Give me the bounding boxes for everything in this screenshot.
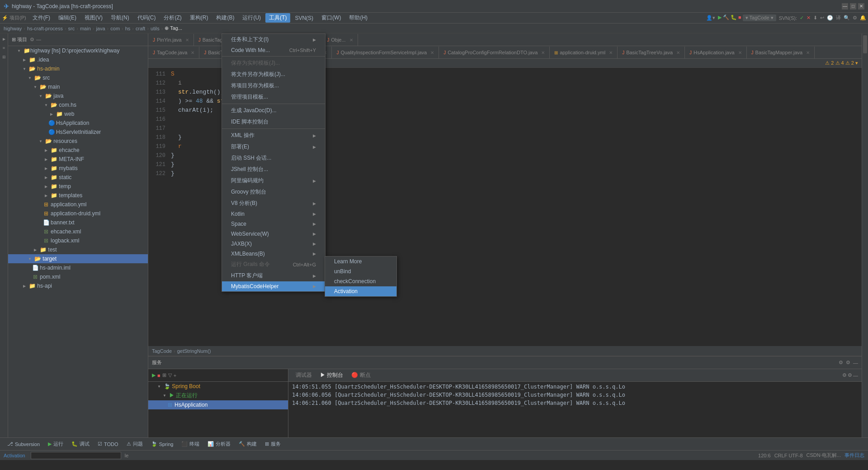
btn-service[interactable]: ⊞ 服务	[261, 440, 284, 448]
code-breadcrumb-method[interactable]: getStringNum()	[177, 348, 211, 354]
close-button[interactable]: ✕	[858, 3, 864, 9]
tree-item-resources[interactable]: 📂 resources	[8, 137, 148, 146]
service-tool-grid[interactable]: ⊞	[162, 372, 166, 378]
tab-quality[interactable]: J QualityInspectionFormServiceImpl.java …	[332, 47, 439, 58]
menu-v8[interactable]: V8 分析(B) ▶	[222, 198, 325, 209]
breadcrumb-item[interactable]: craft	[136, 26, 145, 31]
tab-catalog[interactable]: J CatalogProConfigFormRelationDTO.java ✕	[439, 47, 550, 58]
btn-run[interactable]: ▶ 运行	[44, 440, 67, 448]
tab-close[interactable]: ✕	[676, 50, 680, 55]
btn-todo[interactable]: ☑ TODO	[94, 440, 122, 448]
menu-javadoc[interactable]: 生成 JavaDoc(D)...	[222, 105, 325, 116]
tools-dropdown[interactable]: 任务和上下文(I) ▶ Code With Me... Ctrl+Shift+Y…	[222, 33, 326, 292]
menu-build[interactable]: 构建(B)	[212, 13, 238, 23]
menu-kotlin[interactable]: Kotlin ▶	[222, 209, 325, 219]
debug-button[interactable]: 🐛	[731, 14, 737, 21]
tree-item-idea[interactable]: 📁 .idea	[8, 55, 148, 64]
tree-item-ehcache[interactable]: 📁 ehcache	[8, 146, 148, 155]
tree-item-ehcachexml[interactable]: ⊠ ehcache.xml	[8, 227, 148, 236]
menu-edit[interactable]: 编辑(E)	[55, 13, 80, 23]
menu-xml-ops[interactable]: XML 操作 ▶	[222, 130, 325, 141]
submenu-unbind[interactable]: unBind	[325, 266, 396, 276]
menu-tasks[interactable]: 任务和上下文(I) ▶	[222, 34, 325, 45]
menu-mybatis[interactable]: MybatisCodeHelper ▶	[222, 281, 325, 291]
tree-item-metainf[interactable]: 📁 META-INF	[8, 155, 148, 164]
tab-debugger[interactable]: 调试器	[292, 370, 316, 380]
tree-item-hsservlet[interactable]: 🔵 HsServletInitializer	[8, 128, 148, 137]
tab-close[interactable]: ✕	[806, 50, 810, 55]
breadcrumb-item[interactable]: utils	[151, 26, 160, 31]
menu-jaxb[interactable]: JAXB(X) ▶	[222, 239, 325, 249]
tab-basictagtreevo[interactable]: J BasicTagTreeVo.java ✕	[618, 47, 685, 58]
service-hsapp[interactable]: ⊞ HsApplication	[148, 400, 288, 409]
service-running[interactable]: ▶ 正在运行	[148, 391, 288, 400]
notification-icon[interactable]: 🔔	[860, 15, 866, 21]
tree-item-hsapi[interactable]: 📁 hs-api	[8, 281, 148, 290]
menu-navigate[interactable]: 导航(N)	[107, 13, 133, 23]
tab-close[interactable]: ✕	[191, 50, 194, 55]
log-settings[interactable]: ⚙	[842, 372, 847, 378]
code-breadcrumb-tagcode[interactable]: TagCode	[152, 348, 172, 354]
tree-item-appyml[interactable]: ⊞ application.yml	[8, 200, 148, 209]
tab-obje[interactable]: J Obje... ✕	[322, 34, 358, 46]
tab-tagcode2[interactable]: J TagCode.java ✕	[148, 47, 199, 58]
menu-code[interactable]: 代码(C)	[134, 13, 160, 23]
breadcrumb-item[interactable]: com	[110, 26, 120, 31]
tab-close[interactable]: ✕	[185, 38, 189, 43]
activation-input[interactable]	[31, 452, 121, 459]
service-settings[interactable]: ⚙	[839, 360, 843, 366]
log-minimize[interactable]: —	[853, 373, 858, 378]
tree-item-src[interactable]: 📂 src	[8, 73, 148, 82]
btn-spring[interactable]: 🍃 Spring	[147, 440, 177, 448]
service-tool-add[interactable]: +	[174, 373, 176, 378]
tab-close[interactable]: ✕	[609, 50, 613, 55]
stop-button[interactable]: ■	[738, 14, 741, 21]
service-tool-stop[interactable]: ■	[157, 373, 160, 378]
btn-terminal[interactable]: ⬛ 终端	[178, 440, 203, 448]
tree-item-test[interactable]: 📁 test	[8, 245, 148, 254]
tree-item-logback[interactable]: ⊠ logback.xml	[8, 236, 148, 245]
status-event[interactable]: 事件日志	[844, 452, 864, 459]
menu-ide-script[interactable]: IDE 脚本控制台	[222, 116, 325, 128]
svn-clock[interactable]: 🕐	[827, 15, 833, 21]
sidebar-toggle[interactable]: ▶	[0, 35, 8, 43]
service-tool-run[interactable]: ▶	[152, 372, 156, 378]
submenu-learnmore[interactable]: Learn More	[325, 256, 396, 266]
tree-item-highway[interactable]: 📁 highway [hs] D:\project\work\highway	[8, 46, 148, 55]
menu-groovy[interactable]: Groovy 控制台	[222, 186, 325, 198]
tab-hsapp[interactable]: J HsApplication.java ✕	[685, 47, 747, 58]
submenu-checkconnection[interactable]: checkConnection	[325, 276, 396, 286]
menu-help[interactable]: 帮助(H)	[345, 13, 371, 23]
breadcrumb-item[interactable]: java	[96, 26, 105, 31]
breadcrumb-item[interactable]: hs-craft-process	[27, 26, 63, 31]
tree-item-java[interactable]: 📂 java	[8, 91, 148, 100]
tree-item-hs-admin[interactable]: 📂 hs-admin	[8, 64, 148, 73]
service-tool-filter[interactable]: ▽	[168, 372, 172, 378]
run-button[interactable]: ▶	[718, 14, 722, 21]
tab-console[interactable]: ▶ 控制台	[316, 370, 347, 380]
menu-codewithme[interactable]: Code With Me... Ctrl+Shift+Y	[222, 45, 325, 55]
breadcrumb-item[interactable]: highway	[4, 26, 22, 31]
menu-manage-templates[interactable]: 管理项目模板...	[222, 91, 325, 103]
menu-deploy[interactable]: 部署(E) ▶	[222, 141, 325, 152]
menu-xmlbeans[interactable]: XMLBeans(B) ▶	[222, 249, 325, 259]
menu-run[interactable]: 运行(U)	[239, 13, 264, 23]
menu-refactor[interactable]: 重构(R)	[186, 13, 212, 23]
service-springboot[interactable]: 🍃 Spring Boot	[148, 382, 288, 391]
tree-item-appdruid[interactable]: ⊞ application-druid.yml	[8, 209, 148, 218]
log-gear[interactable]: ⚙	[848, 372, 852, 378]
mybatis-submenu[interactable]: Learn More unBind checkConnection Activa…	[325, 256, 397, 297]
menu-save-project-template[interactable]: 将项目另存为模板...	[222, 80, 325, 91]
tree-item-temp[interactable]: 📁 temp	[8, 182, 148, 191]
btn-subversion[interactable]: ⎇ Subversion	[4, 440, 43, 448]
menu-tools[interactable]: 工具(T)	[265, 13, 290, 23]
tab-basictagmapper[interactable]: J BasicTagMapper.java ✕	[747, 47, 815, 58]
search-icon[interactable]: 🔍	[844, 15, 850, 21]
submenu-activation[interactable]: Activation	[325, 286, 396, 296]
menu-webservice[interactable]: WebService(W) ▶	[222, 229, 325, 239]
svn-update[interactable]: ⬇	[813, 15, 817, 21]
breadcrumb-item[interactable]: ⊕ Tag...	[165, 25, 182, 31]
tree-item-target[interactable]: 📂 target	[8, 254, 148, 263]
tree-item-comhs[interactable]: 📂 com.hs	[8, 100, 148, 109]
tree-item-templates[interactable]: 📁 templates	[8, 191, 148, 200]
